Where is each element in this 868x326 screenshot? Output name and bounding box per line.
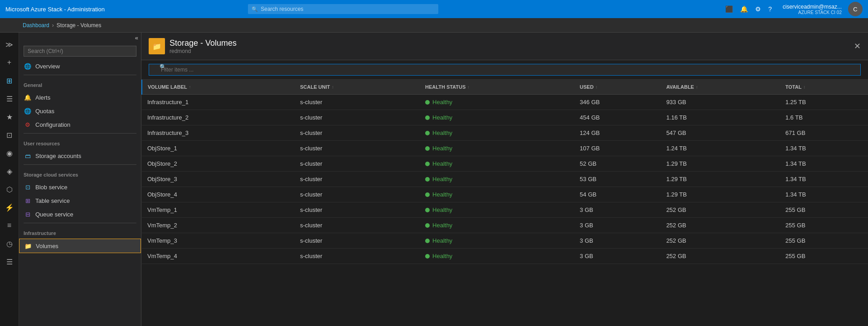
bell-icon[interactable]: 🔔 [740,5,748,13]
cell-used: 3 GB [574,218,661,233]
sidebar: « 🌐 Overview General 🔔 Alerts 🌐 Quotas ⚙… [19,33,141,326]
nav-time[interactable]: ◷ [1,235,18,252]
divider-2 [24,133,136,134]
nav-lightning[interactable]: ⚡ [1,199,18,216]
table-row[interactable]: ObjStore_3s-clusterHealthy53 GB1.29 TB1.… [142,172,868,187]
nav-hex[interactable]: ⬡ [1,181,18,197]
health-dot [425,146,430,151]
col-scale-unit[interactable]: SCALE UNIT ↕ [295,80,420,95]
sort-icon-health: ↕ [467,85,470,89]
table-row[interactable]: VmTemp_4s-clusterHealthy3 GB252 GB255 GB [142,249,868,264]
left-nav: ≫ + ⊞ ☰ ★ ⊡ ◉ ◈ ⬡ ⚡ ≡ ◷ ☰ [0,33,19,326]
cell-volume-label: Infrastructure_1 [142,95,295,110]
cell-volume-label: ObjStore_1 [142,141,295,156]
health-dot [425,162,430,166]
breadcrumb-root[interactable]: Dashboard [23,22,49,29]
infrastructure-label: Infrastructure [24,229,136,238]
sidebar-item-configuration[interactable]: ⚙ Configuration [19,118,141,131]
search-input[interactable] [248,4,438,14]
cell-health-status: Healthy [420,110,574,125]
help-icon[interactable]: ? [768,5,772,13]
nav-dashboard[interactable]: ⊞ [1,72,18,89]
app-title: Microsoft Azure Stack - Administration [5,6,105,13]
filter-input[interactable] [149,64,861,76]
cell-scale-unit: s-cluster [295,125,420,141]
cell-health-status: Healthy [420,172,574,187]
table-row[interactable]: ObjStore_2s-clusterHealthy52 GB1.29 TB1.… [142,156,868,172]
cell-volume-label: ObjStore_2 [142,156,295,172]
sidebar-item-overview[interactable]: 🌐 Overview [19,59,141,73]
nav-circle[interactable]: ◉ [1,145,18,161]
divider-1 [24,75,136,75]
topbar-actions: ⬛ 🔔 ⚙ ? ciserviceadmin@msaz... AZURE STA… [725,2,863,16]
breadcrumb: Dashboard › Storage - Volumes [0,18,868,33]
table-row[interactable]: VmTemp_1s-clusterHealthy3 GB252 GB255 GB [142,202,868,218]
avatar[interactable]: C [848,2,863,16]
cell-health-status: Healthy [420,187,574,202]
cell-volume-label: VmTemp_4 [142,249,295,264]
table-row[interactable]: Infrastructure_1s-clusterHealthy346 GB93… [142,95,868,110]
nav-new[interactable]: + [1,54,18,71]
sidebar-item-storage-accounts-label: Storage accounts [35,153,81,159]
col-available[interactable]: AVAILABLE ↕ [661,80,780,95]
content-folder-icon: 📁 [149,38,165,54]
cell-available: 252 GB [661,249,780,264]
collapse-icon: « [135,34,138,41]
search-bar[interactable]: 🔍 [248,4,438,14]
cell-health-status: Healthy [420,141,574,156]
cell-health-status: Healthy [420,125,574,141]
table-row[interactable]: VmTemp_2s-clusterHealthy3 GB252 GB255 GB [142,218,868,233]
section-user-resources: User resources [19,135,141,149]
close-button[interactable]: ✕ [854,41,861,51]
sidebar-collapse-btn[interactable]: « [19,33,141,43]
breadcrumb-separator: › [52,22,54,29]
sidebar-item-blob-label: Blob service [35,184,68,191]
nav-list[interactable]: ≡ [1,217,18,234]
nav-apps[interactable]: ⊡ [1,127,18,143]
cell-health-status: Healthy [420,156,574,172]
sidebar-item-alerts[interactable]: 🔔 Alerts [19,91,141,104]
nav-favorites[interactable]: ★ [1,109,18,125]
col-used[interactable]: USED ↕ [574,80,661,95]
content-title-row: 📁 Storage - Volumes redmond [149,38,237,54]
sort-icon-volume: ↑ [189,85,191,89]
settings-icon[interactable]: ⚙ [755,5,761,13]
topbar: Microsoft Azure Stack - Administration 🔍… [0,0,868,18]
table-row[interactable]: ObjStore_1s-clusterHealthy107 GB1.24 TB1… [142,141,868,156]
col-total[interactable]: TOTAL ↕ [780,80,868,95]
sidebar-item-volumes[interactable]: 📁 Volumes [19,239,141,253]
nav-expand[interactable]: ≫ [1,36,18,53]
storage-cloud-label: Storage cloud services [24,170,136,179]
cell-volume-label: ObjStore_3 [142,172,295,187]
table-row[interactable]: VmTemp_3s-clusterHealthy3 GB252 GB255 GB [142,233,868,249]
sidebar-item-blob[interactable]: ⊡ Blob service [19,180,141,194]
filter-icon: 🔍 [160,64,166,70]
sort-icon-scale: ↕ [332,85,334,89]
table-row[interactable]: Infrastructure_3s-clusterHealthy124 GB54… [142,125,868,141]
sidebar-item-table[interactable]: ⊞ Table service [19,194,141,207]
table-header: VOLUME LABEL ↑ SCALE UNIT ↕ [142,80,868,95]
portal-icon[interactable]: ⬛ [725,5,733,13]
health-text: Healthy [432,237,452,244]
nav-all-services[interactable]: ☰ [1,91,18,107]
table-row[interactable]: Infrastructure_2s-clusterHealthy454 GB1.… [142,110,868,125]
sidebar-item-queue[interactable]: ⊟ Queue service [19,207,141,221]
cell-volume-label: ObjStore_4 [142,187,295,202]
sidebar-search-input[interactable] [24,46,136,57]
health-dot [425,239,430,243]
cell-total: 1.6 TB [780,110,868,125]
cell-scale-unit: s-cluster [295,202,420,218]
volumes-icon: 📁 [24,242,32,250]
sidebar-item-storage-accounts[interactable]: 🗃 Storage accounts [19,149,141,163]
sidebar-search-wrapper [19,43,141,59]
table-row[interactable]: ObjStore_4s-clusterHealthy54 GB1.29 TB1.… [142,187,868,202]
cell-used: 107 GB [574,141,661,156]
nav-menu[interactable]: ☰ [1,254,18,270]
sidebar-item-quotas-label: Quotas [35,108,54,115]
col-volume-label[interactable]: VOLUME LABEL ↑ [142,80,295,95]
sidebar-item-quotas[interactable]: 🌐 Quotas [19,104,141,118]
cell-volume-label: VmTemp_2 [142,218,295,233]
health-text: Healthy [432,99,452,105]
nav-diamond[interactable]: ◈ [1,163,18,179]
col-health-status[interactable]: HEALTH STATUS ↕ [420,80,574,95]
